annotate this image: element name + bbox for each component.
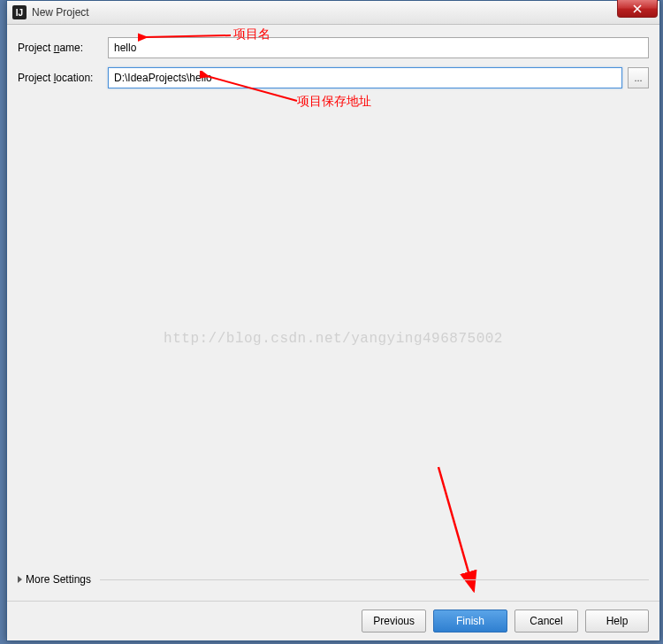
svg-line-5 xyxy=(438,467,474,591)
project-name-label: Project name: xyxy=(18,42,103,54)
project-name-input[interactable] xyxy=(108,37,649,58)
chevron-right-icon xyxy=(18,576,22,583)
cancel-button[interactable]: Cancel xyxy=(514,610,578,632)
titlebar[interactable]: IJ New Project xyxy=(7,1,659,25)
window-title: New Project xyxy=(32,6,89,19)
project-location-label: Project location: xyxy=(18,72,103,84)
more-settings-toggle[interactable]: More Settings xyxy=(18,573,91,586)
close-icon xyxy=(633,4,642,13)
project-location-input[interactable] xyxy=(108,67,622,88)
dialog-content: Project name: Project location: ... 项目名 xyxy=(7,25,659,640)
finish-button[interactable]: Finish xyxy=(433,610,507,632)
close-button[interactable] xyxy=(617,0,658,18)
new-project-dialog: IJ New Project Project name: Project loc… xyxy=(6,0,660,641)
watermark-text: http://blog.csdn.net/yangying496875002 xyxy=(164,331,503,347)
project-name-row: Project name: xyxy=(18,37,649,58)
previous-button[interactable]: Previous xyxy=(362,610,426,632)
annotation-project-location: 项目保存地址 xyxy=(297,94,371,110)
browse-button[interactable]: ... xyxy=(628,67,649,88)
app-icon: IJ xyxy=(12,5,27,19)
dialog-footer: Previous Finish Cancel Help xyxy=(7,601,659,640)
more-settings-divider xyxy=(100,579,649,580)
project-location-row: Project location: ... xyxy=(18,67,649,88)
help-button[interactable]: Help xyxy=(585,610,649,632)
more-settings-label: More Settings xyxy=(26,573,91,586)
